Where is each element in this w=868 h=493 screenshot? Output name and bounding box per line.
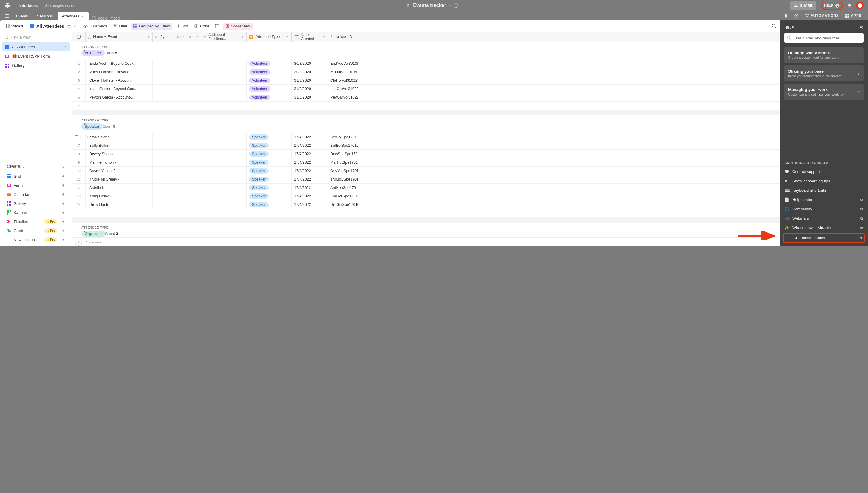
color-button[interactable]: Color [192, 23, 212, 30]
add-row-button[interactable]: ＋ [72, 209, 780, 217]
filter-button[interactable]: Filter [110, 23, 130, 30]
help-guide-card[interactable]: Sharing your baseInvite your teammates t… [784, 65, 864, 81]
create-view-item[interactable]: Calendar＋ [2, 190, 70, 199]
eye-off-icon [84, 24, 88, 28]
select-all-checkbox[interactable] [72, 32, 86, 42]
table-row[interactable]: 8Dewey Shenkel -Speaker17/4/2022DewSheSp… [72, 150, 780, 158]
table-row[interactable]: 2Miles Harrison - Beyond C...Volunteer30… [72, 68, 780, 76]
share-button[interactable]: SHARE [790, 1, 817, 10]
column-header-state[interactable]: A̲If yes, please state▼ [152, 32, 201, 42]
table-row[interactable]: 7Buffy Bellini -Speaker17/4/2022BufBelSp… [72, 141, 780, 150]
status-bar: ＋ 46 records [72, 237, 777, 246]
help-guide-card[interactable]: Building with AirtableCreate a custom to… [784, 47, 864, 63]
trash-icon[interactable] [784, 14, 788, 18]
find-view-search[interactable]: Find a view [0, 32, 72, 42]
create-view-item[interactable]: Gantt✨ Pro＋ [2, 226, 70, 235]
view-item[interactable]: Gallery [2, 61, 70, 70]
table-tab-attendees[interactable]: Attendees▼ [58, 12, 89, 21]
table-row[interactable]: 11Trudie McCreary -Speaker17/4/2022TruMc… [72, 175, 780, 184]
add-row-button[interactable]: ＋ [72, 102, 780, 110]
table-tabs-bar: Events Sessions Attendees▼ ＋ Add or impo… [0, 11, 868, 21]
help-guide-card[interactable]: Managing your workCustomize and optimize… [784, 84, 864, 100]
table-row[interactable]: 12Ardelle Kear -Speaker17/4/2022ArdKeaSp… [72, 184, 780, 192]
table-tab-sessions[interactable]: Sessions [32, 12, 58, 21]
interfaces-link[interactable]: Interfaces [19, 3, 38, 8]
row-height-button[interactable] [213, 23, 222, 29]
create-view-item[interactable]: Timeline✨ Pro＋ [2, 217, 70, 226]
create-section-header[interactable]: Create... ⌄ [2, 160, 70, 172]
svg-rect-69 [7, 229, 9, 230]
group-header[interactable]: ▼ATTENDEE TYPESpeakerCount 9 [72, 115, 780, 133]
table-row[interactable]: 10Quyen Youssef -Speaker17/4/2022QuyYouS… [72, 167, 780, 175]
info-icon[interactable]: i [454, 3, 458, 8]
resource-item-webinars[interactable]: 📹Webinars⧉ [780, 214, 868, 223]
svg-point-23 [69, 25, 70, 26]
resource-item-contact-support[interactable]: 💬Contact support [780, 167, 868, 176]
history-icon[interactable] [794, 14, 799, 18]
apps-button[interactable]: APPS [845, 14, 861, 18]
title-caret-icon[interactable]: ▼ [449, 4, 451, 7]
svg-rect-49 [5, 66, 7, 68]
record-count: 46 records [86, 240, 102, 244]
add-import-button[interactable]: ＋ Add or import [92, 16, 120, 21]
svg-rect-71 [8, 232, 11, 232]
column-header-date[interactable]: 📅Date Created▼ [292, 32, 328, 42]
main-area: VIEWS All Attendees ▼ Hide fields Filter… [0, 21, 868, 246]
create-view-item[interactable]: Gallery＋ [2, 199, 70, 208]
sort-button[interactable]: Sort [173, 23, 191, 30]
column-header-uid[interactable]: ƒxUnique ID [328, 32, 358, 42]
search-icon[interactable] [772, 23, 777, 29]
svg-point-39 [5, 36, 7, 38]
table-row[interactable]: 3Clover Hollister - Account...Volunteer3… [72, 76, 780, 85]
table-row[interactable]: 13Kraig Gerke -Speaker17/4/2022KraGerSpe… [72, 192, 780, 200]
resource-item-what-s-new-in-airtable[interactable]: ✨What's new in Airtable⧉ [780, 223, 868, 232]
resource-item-api-documentation[interactable]: API documentation⧉ [783, 233, 865, 243]
help-panel-title: HELP [784, 26, 794, 29]
resource-item-keyboard-shortcuts[interactable]: ⌨Keyboard shortcuts [780, 186, 868, 195]
resource-item-help-center[interactable]: 📄Help center⧉ [780, 195, 868, 204]
automations-button[interactable]: AUTOMATIONS [805, 14, 839, 18]
column-header-feedback[interactable]: A̲Additional Feedbac...▼ [201, 32, 246, 42]
table-row[interactable]: 14Drew Guidi -Speaker17/4/2022DreGuiSpe1… [72, 200, 780, 209]
svg-rect-65 [9, 210, 11, 212]
menu-icon[interactable] [3, 12, 12, 21]
base-title[interactable]: Events tracker [413, 3, 446, 8]
resource-item-community[interactable]: 🌐Community⧉ [780, 204, 868, 214]
current-view-name[interactable]: All Attendees ▼ [27, 22, 79, 30]
bell-icon[interactable] [847, 3, 852, 8]
column-header-name[interactable]: ƒxName + Event▼ [86, 32, 152, 42]
svg-rect-14 [847, 14, 849, 15]
svg-rect-19 [29, 24, 34, 25]
close-icon[interactable]: ✕ [859, 25, 864, 30]
table-row[interactable]: 5Peyton Garcia - Account-...Volunteer31/… [72, 93, 780, 102]
hide-fields-button[interactable]: Hide fields [81, 23, 110, 30]
create-view-item[interactable]: New section✨ Pro＋ [2, 235, 70, 244]
column-header-type[interactable]: 🔽Attendee Type▼ [246, 32, 292, 42]
resource-item-show-onboarding-tips[interactable]: ≡Show onboarding tips [780, 176, 868, 186]
group-button[interactable]: Grouped by 1 field [130, 23, 172, 30]
group-header[interactable]: ▼ATTENDEE TYPEVolunteerCount 5 [72, 42, 780, 59]
table-row[interactable]: 9Marline Hutton -Speaker17/4/2022MarHutS… [72, 158, 780, 167]
table-row[interactable]: 1Enda Yeoh - Beyond Cook...Volunteer30/3… [72, 59, 780, 68]
apps-icon [845, 14, 849, 18]
views-toggle[interactable]: VIEWS [3, 23, 26, 30]
create-view-item[interactable]: Form＋ [2, 181, 70, 190]
view-item[interactable]: 🎁 Event RSVP Form [2, 52, 70, 61]
help-search-input[interactable] [784, 33, 864, 43]
svg-rect-68 [7, 222, 9, 223]
create-view-item[interactable]: Kanban＋ [2, 208, 70, 217]
create-view-item[interactable]: Grid＋ [2, 172, 70, 181]
help-icon[interactable]: ? [835, 3, 840, 8]
view-toolbar: VIEWS All Attendees ▼ Hide fields Filter… [0, 21, 780, 32]
share-view-button[interactable]: Share view [223, 23, 253, 30]
table-tab-events[interactable]: Events [12, 12, 32, 21]
svg-rect-13 [845, 14, 847, 15]
view-item[interactable]: All Attendees✓ [2, 42, 70, 51]
help-button[interactable]: HELP [824, 4, 833, 7]
data-grid: ƒxName + Event▼ A̲If yes, please state▼ … [72, 32, 780, 246]
table-row[interactable]: 4Imani Green - Beyond Coo...Volunteer31/… [72, 85, 780, 93]
table-row[interactable]: Berna Solorio -Speaker17/4/2022BerSolSpe… [72, 133, 780, 141]
user-avatar[interactable] [856, 1, 864, 9]
add-record-floating-button[interactable]: ＋ [75, 239, 81, 245]
svg-point-33 [215, 24, 216, 25]
